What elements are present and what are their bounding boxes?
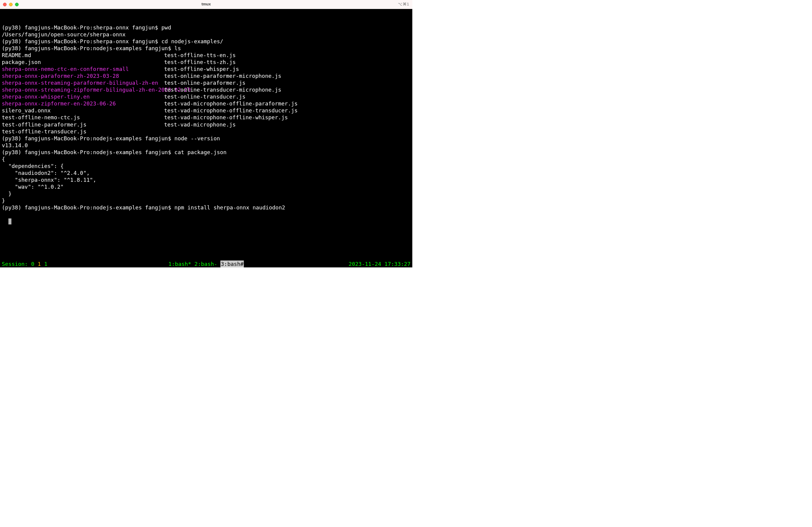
window-titlebar: tmux ⌥⌘1	[0, 0, 412, 9]
tmux-window-2[interactable]: 2:bash-	[194, 261, 221, 267]
tmux-window-1[interactable]: 1:bash*	[168, 261, 194, 267]
tmux-window-list: 1:bash* 2:bash- 3:bash#	[168, 261, 244, 267]
maximize-window-button[interactable]	[15, 3, 19, 6]
terminal-viewport[interactable]: (py38) fangjuns-MacBook-Pro:sherpa-onnx …	[0, 9, 412, 267]
tmux-statusbar: Session: 0 1 1 1:bash* 2:bash- 3:bash# 2…	[0, 261, 412, 267]
window-title: tmux	[201, 2, 211, 7]
terminal-cursor	[9, 218, 11, 224]
close-window-button[interactable]	[3, 3, 6, 6]
traffic-lights	[3, 3, 19, 6]
minimize-window-button[interactable]	[9, 3, 13, 6]
terminal-scrollback: (py38) fangjuns-MacBook-Pro:sherpa-onnx …	[2, 24, 410, 211]
session-label: Session: 0 1 1	[2, 261, 47, 267]
window-shortcut-hint: ⌥⌘1	[398, 2, 409, 7]
tmux-window-3-active[interactable]: 3:bash#	[221, 261, 244, 267]
tmux-clock: 2023-11-24 17:33:27	[349, 261, 410, 267]
